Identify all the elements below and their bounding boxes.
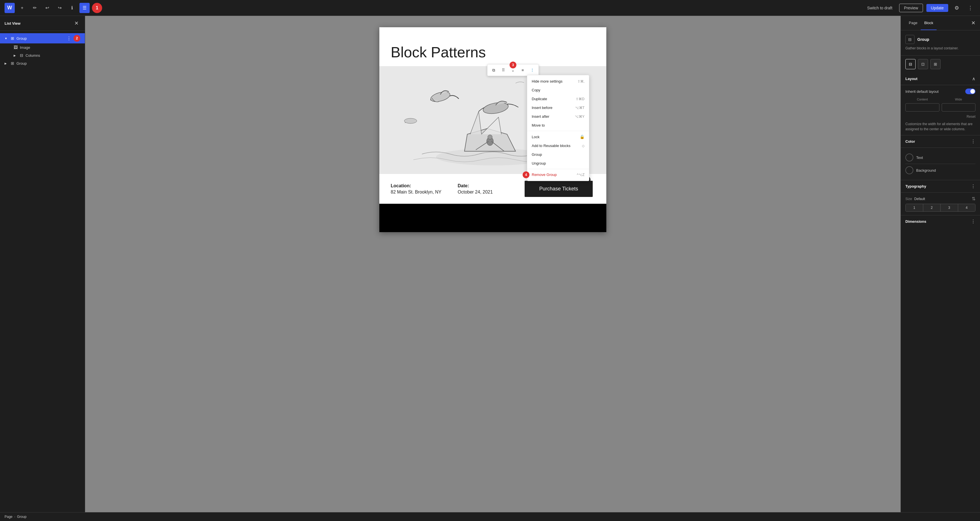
inherit-layout-row: Inherit default layout xyxy=(905,89,975,94)
dimensions-menu-btn[interactable]: ⋮ xyxy=(971,219,975,224)
black-section xyxy=(379,204,606,232)
more-block-options-btn[interactable]: ⋮ 3 xyxy=(528,65,537,75)
add-block-toolbar-btn[interactable]: + xyxy=(17,3,27,13)
size-btn-1[interactable]: 1 xyxy=(906,204,923,212)
ctx-ungroup[interactable]: Ungroup xyxy=(527,159,589,168)
dimensions-section-header[interactable]: Dimensions ⋮ xyxy=(901,215,980,228)
ctx-hide-settings[interactable]: Hide more settings ⇧⌘, xyxy=(527,77,589,86)
block-info-header: ⊟ Group xyxy=(905,35,975,44)
ctx-lock[interactable]: Lock 🔒 xyxy=(527,132,589,141)
typography-section-content: Size Default ⇅ 1 2 3 4 xyxy=(901,193,980,215)
copy-block-btn[interactable]: ⧉ xyxy=(489,65,498,75)
undo-btn[interactable]: ↩ xyxy=(42,3,52,13)
page-header: Block Patterns xyxy=(379,27,606,66)
update-btn[interactable]: Update xyxy=(926,4,948,12)
redo-btn[interactable]: ↪ xyxy=(54,3,65,13)
ctx-hide-settings-label: Hide more settings xyxy=(532,79,562,83)
more-options-btn[interactable]: ⋮ xyxy=(965,3,975,13)
ctx-group-label: Group xyxy=(532,152,542,157)
ctx-insert-after[interactable]: Insert after ⌥⌘Y xyxy=(527,112,589,121)
inherit-layout-label: Inherit default layout xyxy=(905,89,939,94)
size-reset-btn[interactable]: ⇅ xyxy=(972,196,975,201)
ctx-insert-before[interactable]: Insert before ⌥⌘T xyxy=(527,103,589,112)
group-options-btn[interactable]: ⋮ xyxy=(67,36,71,41)
drag-block-btn[interactable]: ⠿ xyxy=(499,65,508,75)
image-label: Image xyxy=(20,45,80,49)
layout-collapse-btn[interactable]: ∧ xyxy=(972,76,975,81)
main-layout: List View ✕ ▼ ⊞ Group ⋮ 2 🖼 Image ▶ ⊟ Co… xyxy=(0,16,980,521)
customize-text: Customize the width for all elements tha… xyxy=(905,121,975,132)
top-bar-right: Switch to draft Preview Update ⚙ ⋮ xyxy=(864,3,975,13)
sidebar-item-group[interactable]: ▼ ⊞ Group ⋮ 2 xyxy=(0,33,85,43)
ctx-insert-after-label: Insert after xyxy=(532,114,549,119)
switch-to-draft-btn[interactable]: Switch to draft xyxy=(864,4,896,12)
close-sidebar-btn[interactable]: ✕ xyxy=(72,19,80,27)
event-date: Date: October 24, 2021 xyxy=(458,183,525,195)
close-panel-btn[interactable]: ✕ xyxy=(971,16,975,30)
lock-icon: 🔒 xyxy=(580,134,584,139)
reset-layout-btn[interactable]: Reset xyxy=(905,114,975,119)
preview-btn[interactable]: Preview xyxy=(899,4,923,12)
step-badge-4: 4 xyxy=(523,171,530,178)
typography-section-header[interactable]: Typography ⋮ xyxy=(901,180,980,193)
wp-logo[interactable]: W xyxy=(5,3,15,13)
sidebar-item-group-2[interactable]: ▶ ⊞ Group xyxy=(0,59,85,67)
panel-content: ⊟ Group Gather blocks in a layout contai… xyxy=(901,30,980,521)
sidebar-item-image[interactable]: 🖼 Image xyxy=(0,43,85,51)
size-btn-4[interactable]: 4 xyxy=(958,204,975,212)
settings-gear-btn[interactable]: ⚙ xyxy=(951,3,962,13)
layout-section-header[interactable]: Layout ∧ xyxy=(901,73,980,85)
location-value: 82 Main St. Brooklyn, NY xyxy=(391,190,458,195)
content-width-input-group: PX ⇅ xyxy=(905,103,939,112)
layout-icon-3[interactable]: ⊞ xyxy=(930,59,940,69)
canvas-area[interactable]: ⧉ ⠿ ⌄ ≡ ⋮ 3 Hide more settings ⇧⌘, Copy xyxy=(85,16,900,521)
page-canvas: ⧉ ⠿ ⌄ ≡ ⋮ 3 Hide more settings ⇧⌘, Copy xyxy=(379,27,606,232)
layout-title: Layout xyxy=(905,76,918,81)
align-block-btn[interactable]: ≡ xyxy=(518,65,527,75)
ctx-group[interactable]: Group xyxy=(527,150,589,159)
ctx-remove-group-label: Remove Group xyxy=(532,172,557,177)
list-view-btn[interactable]: ☰ xyxy=(80,3,90,13)
purchase-tickets-btn[interactable]: Purchase Tickets xyxy=(525,181,593,197)
size-row: Size Default ⇅ xyxy=(905,196,975,201)
inherit-layout-toggle[interactable] xyxy=(965,89,975,94)
sidebar-tree: ▼ ⊞ Group ⋮ 2 🖼 Image ▶ ⊟ Columns ▶ ⊞ Gr xyxy=(0,31,85,521)
notifications-badge-btn[interactable]: 1 xyxy=(92,3,102,13)
color-section-header[interactable]: Color ⋮ xyxy=(901,135,980,148)
ctx-add-reusable-icon: ◇ xyxy=(582,144,584,148)
layout-icon-2[interactable]: ⊡ xyxy=(918,59,928,69)
group-2-label: Group xyxy=(16,61,80,65)
ctx-remove-group[interactable]: Remove Group ^⌥Z 4 xyxy=(527,170,589,179)
ctx-move-to[interactable]: Move to xyxy=(527,121,589,130)
breadcrumb-page[interactable]: Page xyxy=(5,515,13,519)
sidebar-item-columns[interactable]: ▶ ⊟ Columns xyxy=(0,51,85,59)
content-label: Content xyxy=(905,98,939,101)
content-width-input[interactable] xyxy=(906,104,939,111)
tab-block[interactable]: Block xyxy=(921,16,937,30)
group-icon: ⊞ xyxy=(11,36,14,41)
info-btn[interactable]: ℹ xyxy=(67,3,77,13)
right-panel: Page Block ✕ ⊟ Group Gather blocks in a … xyxy=(900,16,980,521)
chevron-down-icon: ▼ xyxy=(5,37,8,40)
layout-icon-1[interactable]: ⊟ xyxy=(905,59,916,69)
typography-menu-btn[interactable]: ⋮ xyxy=(971,183,975,189)
edit-btn[interactable]: ✏ xyxy=(30,3,40,13)
size-btn-2[interactable]: 2 xyxy=(923,204,941,212)
tab-page[interactable]: Page xyxy=(905,16,921,30)
ctx-insert-before-shortcut: ⌥⌘T xyxy=(575,106,584,110)
ctx-ungroup-label: Ungroup xyxy=(532,161,546,166)
columns-icon: ⊟ xyxy=(20,53,23,57)
block-toolbar: ⧉ ⠿ ⌄ ≡ ⋮ 3 xyxy=(487,64,539,76)
text-color-circle[interactable] xyxy=(905,153,913,161)
background-color-circle[interactable] xyxy=(905,166,913,174)
wide-width-input[interactable] xyxy=(942,104,976,111)
chevron-right-icon-2: ▶ xyxy=(5,62,8,65)
ctx-copy[interactable]: Copy xyxy=(527,86,589,94)
page-title: Block Patterns xyxy=(391,44,486,61)
color-menu-btn[interactable]: ⋮ xyxy=(971,139,975,144)
size-btn-3[interactable]: 3 xyxy=(940,204,958,212)
wide-width-input-group: PX ⇅ xyxy=(942,103,976,112)
ctx-duplicate[interactable]: Duplicate ⇧⌘D xyxy=(527,94,589,103)
size-default-label: Default xyxy=(914,197,925,201)
ctx-add-reusable[interactable]: Add to Reusable blocks ◇ xyxy=(527,141,589,150)
